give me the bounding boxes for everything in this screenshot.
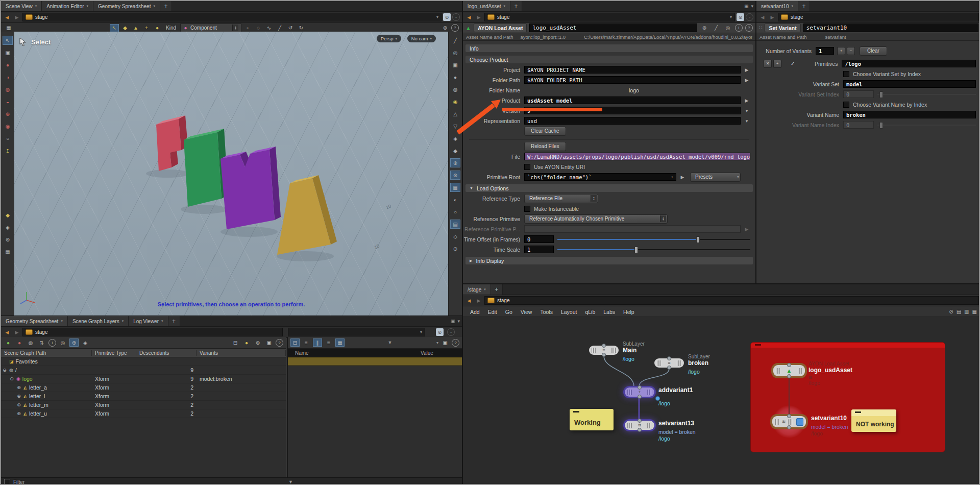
info-icon[interactable]: i [735,24,743,32]
chevron-down-icon[interactable]: ▾ [420,330,422,334]
select-tool-icon[interactable]: ↖ [3,36,13,45]
chevron-down-icon[interactable]: ▾ [730,15,732,19]
collapse-tree-icon[interactable]: ⊟ [231,338,240,347]
search-icon[interactable]: ◎ [58,338,67,347]
output-connector[interactable] [602,353,606,357]
tab-scene-view[interactable]: Scene View▾ [1,1,42,11]
spinner-icon[interactable]: ▲▼ [591,195,597,202]
handles-icon[interactable]: ╱ [450,36,460,45]
help-icon[interactable]: ? [452,339,459,347]
menu-layout[interactable]: Layout [557,309,581,315]
network-path-field[interactable]: stage [484,296,979,305]
points-icon[interactable]: ◈ [450,134,460,143]
expand-param-icon[interactable]: ▶ [679,174,686,181]
search-icon[interactable]: ◎ [723,24,732,32]
output-connector[interactable] [787,374,791,378]
follow-selection-icon[interactable]: ⊕ [69,338,79,347]
other-filter-icon[interactable]: ◍ [26,338,35,347]
output-connector[interactable] [638,395,642,399]
pane-maximize-icon[interactable]: ▣ [451,319,455,324]
info-icon[interactable]: i [48,339,56,347]
pane-maximize-icon[interactable]: ▣ [744,4,749,9]
pane-menu-icon[interactable]: ▾ [457,319,460,324]
sticky-note-working[interactable]: Working [570,409,614,430]
spinner-icon[interactable]: ▲▼ [660,215,666,222]
input-connector[interactable] [667,356,671,360]
onion-skin-icon[interactable]: ○ [450,207,460,216]
representation-input[interactable]: usd [524,117,741,125]
variant-name-input[interactable]: broken [843,111,976,118]
box-select-icon[interactable]: ▫ [243,24,252,32]
undo-select-icon[interactable]: ↺ [286,24,295,32]
link-icon[interactable]: ◦ [447,328,455,336]
clear-button[interactable]: Clear [860,46,887,56]
select-instances-icon[interactable]: ● [153,24,162,32]
light-icon[interactable]: ● [450,72,460,82]
reference-primitive-dropdown[interactable]: Reference Automatically Chosen Primitive… [524,214,668,224]
time-offset-input[interactable]: 0 [524,235,554,243]
kind-combo[interactable]: ● Component ▲▼ [180,23,241,32]
input-connector[interactable] [638,419,642,423]
menu-view[interactable]: View [517,309,536,315]
snapshot-icon[interactable]: ⊕ [450,158,460,167]
add-variant-button[interactable]: + [837,47,845,55]
grid-display-icon[interactable]: ◆ [450,146,460,155]
back-button[interactable]: ◀ [3,13,11,21]
expander-icon[interactable]: ⊕ [16,385,21,390]
project-input[interactable]: $AYON_PROJECT_NAME [524,66,741,74]
select-prims-icon[interactable]: ▲ [131,24,140,32]
time-offset-slider[interactable] [557,236,750,243]
gear-icon[interactable]: ⊛ [253,338,262,347]
time-scale-slider[interactable] [557,246,750,253]
chevron-down-icon[interactable]: ▾ [671,175,673,179]
expander-icon[interactable]: ⊕ [16,402,21,407]
insert-entry-button[interactable]: + [773,60,781,68]
collapse-icon[interactable] [573,411,579,413]
forward-button[interactable]: ▶ [475,297,483,304]
table-row[interactable]: ⊕◭letter_m Xform2 [1,401,286,409]
variant-path-field[interactable]: stage [778,13,979,21]
paint-select-icon[interactable]: ∿ [264,24,274,32]
network-canvas[interactable]: ≡ SubLayer Main /logo ≡ SubLayer broken … [463,316,980,485]
layout-list-icon[interactable]: ▤ [957,309,961,314]
brush-tool-icon[interactable]: ◆ [3,210,13,220]
view-columns-icon[interactable]: ∥ [313,338,322,347]
product-input[interactable]: usdAsset_model [524,96,741,104]
view-rows-icon[interactable]: ≡ [324,338,333,347]
layout-grid-icon[interactable]: ▦ [972,309,977,314]
group-box-titlebar[interactable] [751,343,945,348]
tab-logo-usdasset[interactable]: logo_usdAsset▾ [463,1,510,11]
layout-split-icon[interactable]: ▥ [964,309,969,314]
viewport-layout-icon[interactable]: ▤ [450,220,460,229]
funnel-icon[interactable]: ▼ [347,340,433,345]
view-tree-icon[interactable]: ⊟ [290,338,300,347]
path-dropdown-icon[interactable]: ▾ [436,15,438,19]
expander-icon[interactable]: ⊕ [16,394,21,399]
version-dropdown-icon[interactable]: ▾ [743,107,750,114]
tags-icon[interactable]: ◈ [81,338,90,347]
paint-tool-icon[interactable]: ● [3,60,13,69]
select-mode-icon[interactable]: ↖ [110,24,119,32]
choose-variant-set-checkbox[interactable] [843,71,849,77]
snapshot-icon[interactable]: ▣ [440,338,450,347]
gear-icon[interactable]: ⊛ [440,24,450,32]
tab-scene-graph-layers[interactable]: Scene Graph Layers▾ [68,316,129,326]
new-tab-button[interactable]: + [491,284,503,295]
select-objects-icon[interactable]: ◆ [120,24,130,32]
view-tool-icon[interactable]: ▦ [3,247,13,256]
params-path-field[interactable]: stage ▾ [484,13,735,21]
version-input[interactable]: 9 [524,107,741,114]
section-load-options[interactable]: ▼Load Options [465,184,753,192]
node-name-field[interactable]: setvariant10 [803,23,978,32]
choose-variant-name-checkbox[interactable] [843,102,849,108]
section-choose-product[interactable]: Choose Product [465,56,753,63]
tab-log-viewer[interactable]: Log Viewer▾ [129,316,168,326]
laser-select-icon[interactable]: ╱ [275,24,284,32]
sculpt-tool-icon[interactable]: ◑ [3,72,13,82]
select-points-icon[interactable]: + [142,24,151,32]
normals-icon[interactable]: ▽ [450,122,460,131]
new-tab-button[interactable]: + [160,1,172,11]
filter-icon[interactable] [4,479,10,485]
shade-icon[interactable]: ◍ [450,85,460,94]
help-icon[interactable]: ? [745,24,753,32]
